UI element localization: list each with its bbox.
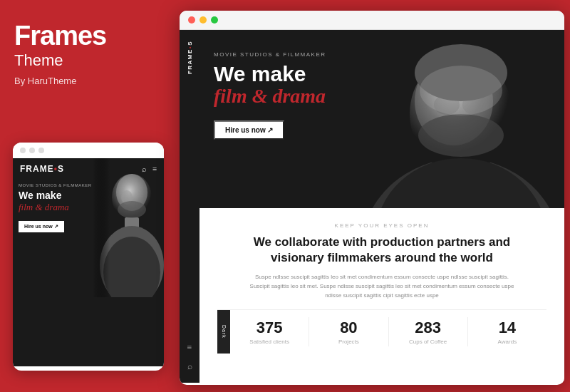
stat-number-0: 375 bbox=[234, 319, 305, 337]
brand-author: By HaruTheme bbox=[14, 76, 162, 86]
hero-headline-italic: film & drama bbox=[214, 86, 550, 108]
mobile-headline-italic: film & drama bbox=[19, 202, 92, 213]
sidenav-search-icon[interactable]: ⌕ bbox=[187, 361, 192, 372]
hero-headline: We make film & drama bbox=[214, 62, 550, 108]
brand-subtitle: Theme bbox=[14, 51, 162, 70]
browser-dot-green bbox=[211, 16, 218, 24]
stat-number-3: 14 bbox=[472, 319, 543, 337]
section2-headline: We collaborate with production partners … bbox=[232, 234, 532, 266]
mobile-dot-2 bbox=[29, 148, 35, 153]
hero-cta-button[interactable]: Hire us now ↗ bbox=[214, 120, 284, 140]
mobile-logo: FRAME•S bbox=[20, 164, 64, 174]
section2-body: Suspe ndlsse suscipit sagittis leo sit m… bbox=[247, 273, 517, 300]
mobile-search-icon: ⌕ bbox=[142, 165, 147, 173]
dark-tab-text: Dark bbox=[222, 325, 227, 339]
dark-tab: Dark bbox=[217, 310, 230, 354]
desktop-hero: MOVIE STUDIOS & FILMMAKER We make film &… bbox=[200, 30, 564, 208]
browser-dot-red bbox=[188, 16, 195, 24]
browser-dot-yellow bbox=[200, 16, 207, 24]
desktop-main: MOVIE STUDIOS & FILMMAKER We make film &… bbox=[200, 30, 564, 383]
desktop-section2: KEEP YOUR EYES OPEN We collaborate with … bbox=[200, 208, 564, 383]
mobile-nav-icons: ⌕ ≡ bbox=[142, 165, 157, 173]
mobile-cta-button[interactable]: Hire us now ↗ bbox=[19, 221, 64, 232]
section2-tag: KEEP YOUR EYES OPEN bbox=[217, 222, 546, 229]
mobile-nav: FRAME•S ⌕ ≡ bbox=[13, 158, 164, 180]
stat-label-0: Satisfied clients bbox=[234, 339, 305, 345]
stat-item-2: 283 Cups of Coffee bbox=[389, 310, 467, 354]
stat-number-2: 283 bbox=[393, 319, 464, 337]
stats-bar: Dark 375 Satisfied clients 80 Projects bbox=[217, 309, 546, 354]
left-panel: Frames Theme By HaruTheme FRAME•S ⌕ ≡ bbox=[0, 0, 177, 392]
desktop-body: FRAME•S ≡ ⌕ bbox=[180, 30, 564, 383]
mobile-hero-text: MOVIE STUDIOS & FILMMAKER We make film &… bbox=[19, 183, 92, 232]
stat-item-3: 14 Awards bbox=[468, 310, 546, 354]
mobile-dot-3 bbox=[38, 148, 44, 153]
mobile-hero-tag: MOVIE STUDIOS & FILMMAKER bbox=[19, 183, 92, 187]
stat-number-1: 80 bbox=[313, 319, 384, 337]
stat-item-0: 375 Satisfied clients bbox=[230, 310, 309, 354]
sidenav-menu-icon[interactable]: ≡ bbox=[187, 342, 192, 353]
mobile-headline: We make bbox=[19, 190, 92, 202]
mobile-mockup: FRAME•S ⌕ ≡ bbox=[13, 143, 164, 371]
stat-label-3: Awards bbox=[472, 339, 543, 345]
mobile-menu-icon: ≡ bbox=[152, 165, 157, 173]
desktop-sidenav: FRAME•S ≡ ⌕ bbox=[180, 30, 200, 383]
stat-label-1: Projects bbox=[313, 339, 384, 345]
desktop-top-bar bbox=[180, 11, 564, 30]
hero-content: MOVIE STUDIOS & FILMMAKER We make film &… bbox=[200, 30, 564, 208]
mobile-content: FRAME•S ⌕ ≡ bbox=[13, 158, 164, 366]
sidenav-logo: FRAME•S bbox=[187, 41, 193, 74]
hero-tag: MOVIE STUDIOS & FILMMAKER bbox=[214, 51, 550, 58]
desktop-mockup: FRAME•S ≡ ⌕ bbox=[180, 11, 564, 385]
mobile-dot-1 bbox=[20, 148, 26, 153]
stat-item-1: 80 Projects bbox=[309, 310, 388, 354]
brand-title: Frames bbox=[14, 21, 162, 51]
stat-label-2: Cups of Coffee bbox=[393, 339, 464, 345]
mobile-top-bar bbox=[13, 143, 164, 158]
